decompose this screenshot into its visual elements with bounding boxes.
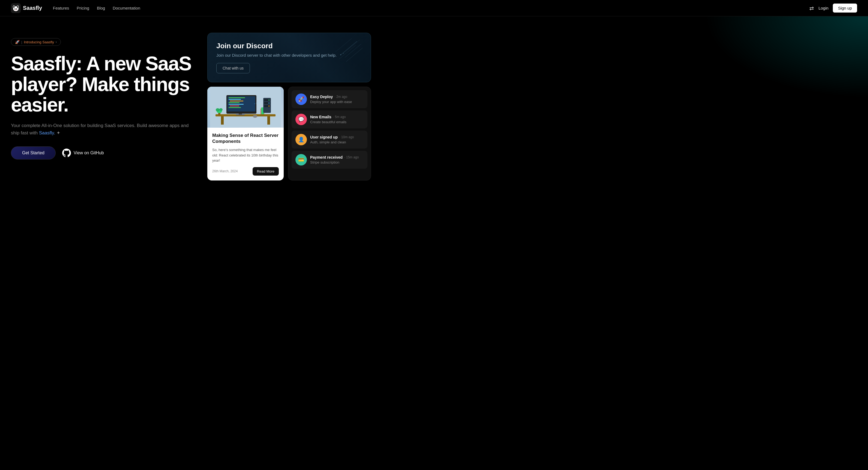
notifications-card: 🚀 Easy Deploy · 2m ago Deploy your app w… [288, 87, 371, 180]
hero-actions: Get Started View on GitHub [11, 146, 196, 160]
badge-text: Introducing Saasfly [24, 40, 54, 44]
logo-text: Saasfly [23, 5, 42, 11]
svg-rect-28 [228, 102, 240, 103]
svg-point-39 [219, 108, 223, 111]
nav-features[interactable]: Features [53, 6, 69, 10]
blog-excerpt: So, here's something that makes me feel … [212, 147, 279, 163]
discord-title: Join our Discord [216, 42, 362, 50]
svg-point-5 [17, 6, 19, 8]
navbar: Saasfly Features Pricing Blog Documentat… [0, 0, 868, 16]
notif-email-title: New Emails [310, 115, 332, 119]
svg-point-46 [269, 102, 270, 104]
nav-pricing[interactable]: Pricing [76, 6, 89, 10]
subtitle-link[interactable]: Saasfly. [39, 130, 55, 135]
blog-title: Making Sense of React Server Components [212, 133, 279, 144]
notif-deploy-icon: 🚀 [296, 94, 307, 105]
notif-payment-time: · 15m ago [344, 156, 359, 159]
notif-payment-desc: Stripe subscription [310, 160, 364, 164]
blog-image [207, 87, 284, 128]
svg-point-4 [13, 6, 15, 8]
get-started-button[interactable]: Get Started [11, 146, 56, 160]
blog-illustration [210, 87, 281, 127]
svg-rect-29 [228, 104, 244, 105]
notif-email-title-row: New Emails · 5m ago [310, 115, 364, 119]
notif-email-content: New Emails · 5m ago Create beautiful ema… [310, 115, 364, 124]
hero-bottom-row: Making Sense of React Server Components … [207, 87, 371, 180]
subtitle-plain: Your complete All-in-One solution for bu… [11, 123, 188, 135]
hero-right: Join our Discord Join our Discord server… [207, 33, 371, 459]
hero-subtitle: Your complete All-in-One solution for bu… [11, 122, 196, 137]
nav-right: ⇄ Login Sign up [809, 4, 857, 12]
discord-card: Join our Discord Join our Discord server… [207, 33, 371, 82]
notif-deploy: 🚀 Easy Deploy · 2m ago Deploy your app w… [291, 90, 367, 108]
notif-user-title: User signed up [310, 135, 338, 139]
notif-deploy-time: · 2m ago [335, 95, 347, 99]
github-button[interactable]: View on GitHub [62, 148, 104, 157]
svg-point-48 [269, 105, 270, 107]
chat-button[interactable]: Chat with us [216, 63, 250, 73]
svg-rect-18 [216, 114, 276, 116]
badge-separator: | [21, 40, 22, 44]
hero-section: 🚀 | Introducing Saasfly › Saasfly: A new… [0, 16, 868, 470]
svg-rect-19 [221, 116, 224, 125]
svg-point-6 [14, 8, 16, 9]
svg-rect-27 [230, 101, 243, 101]
svg-point-7 [16, 8, 17, 9]
notif-deploy-title-row: Easy Deploy · 2m ago [310, 95, 364, 99]
svg-point-8 [15, 9, 17, 10]
logo-icon [11, 3, 21, 13]
hero-title: Saasfly: A new SaaS player? Make things … [11, 54, 196, 115]
signup-button[interactable]: Sign up [833, 4, 857, 12]
nav-blog[interactable]: Blog [97, 6, 105, 10]
notif-payment-content: Payment received · 15m ago Stripe subscr… [310, 155, 364, 164]
read-more-button[interactable]: Read More [253, 167, 279, 175]
svg-rect-30 [230, 105, 239, 106]
notif-user-time: · 10m ago [339, 135, 354, 139]
svg-rect-22 [236, 114, 245, 115]
intro-badge[interactable]: 🚀 | Introducing Saasfly › [11, 38, 61, 46]
notif-payment-title: Payment received [310, 155, 343, 160]
discord-desc: Join our Discord server to chat with oth… [216, 53, 362, 58]
blog-footer: 26th March, 2024 Read More [212, 167, 279, 175]
rocket-icon: 🚀 [15, 40, 20, 44]
notif-deploy-desc: Deploy your app with ease [310, 100, 364, 104]
github-label: View on GitHub [74, 150, 104, 156]
login-button[interactable]: Login [818, 6, 829, 10]
blog-img-inner [207, 87, 284, 128]
translate-icon[interactable]: ⇄ [809, 5, 814, 11]
notif-payment-title-row: Payment received · 15m ago [310, 155, 364, 160]
logo[interactable]: Saasfly [11, 3, 42, 13]
notif-user-title-row: User signed up · 10m ago [310, 135, 364, 139]
badge-arrow: › [56, 40, 57, 44]
notif-email-icon: 💬 [296, 114, 307, 125]
svg-rect-31 [228, 107, 241, 108]
svg-rect-26 [228, 99, 241, 100]
notif-email-time: · 5m ago [333, 115, 346, 119]
blog-card: Making Sense of React Server Components … [207, 87, 284, 180]
notif-deploy-content: Easy Deploy · 2m ago Deploy your app wit… [310, 95, 364, 104]
blog-date: 26th March, 2024 [212, 169, 238, 173]
hero-left: 🚀 | Introducing Saasfly › Saasfly: A new… [11, 33, 196, 459]
notif-email: 💬 New Emails · 5m ago Create beautiful e… [291, 110, 367, 128]
github-icon [62, 148, 71, 157]
blog-card-body: Making Sense of React Server Components … [207, 128, 284, 180]
svg-rect-25 [228, 97, 245, 98]
svg-rect-20 [267, 116, 270, 125]
nav-links: Features Pricing Blog Documentation [53, 6, 809, 10]
notif-deploy-title: Easy Deploy [310, 95, 333, 99]
nav-documentation[interactable]: Documentation [113, 6, 140, 10]
notif-email-desc: Create beautiful emails [310, 120, 364, 124]
notif-user: 👤 User signed up · 10m ago Auth, simple … [291, 131, 367, 148]
notif-user-desc: Auth, simple and clean [310, 140, 364, 144]
subtitle-suffix: ✦ [55, 130, 60, 135]
svg-point-38 [216, 108, 220, 111]
svg-point-44 [269, 100, 270, 101]
notif-payment-icon: 💳 [296, 154, 307, 166]
notif-user-icon: 👤 [296, 134, 307, 145]
notif-payment: 💳 Payment received · 15m ago Stripe subs… [291, 151, 367, 169]
notif-user-content: User signed up · 10m ago Auth, simple an… [310, 135, 364, 144]
